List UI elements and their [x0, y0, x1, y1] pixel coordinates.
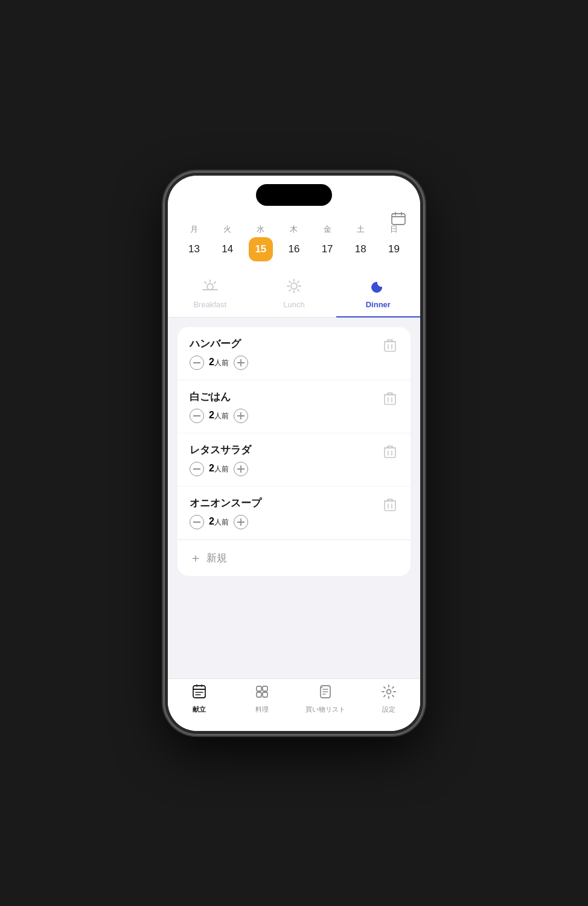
calendar-icon: [191, 684, 207, 703]
day-num[interactable]: 13: [182, 237, 206, 261]
day-name: 月: [190, 224, 198, 235]
day-col[interactable]: 木16: [280, 224, 308, 261]
add-plus-icon: ＋: [190, 550, 202, 566]
meal-item-name: 白ごはん: [190, 390, 377, 404]
decrement-button[interactable]: [190, 409, 204, 423]
tab-item-献立[interactable]: 献立: [180, 684, 219, 714]
svg-rect-0: [392, 214, 405, 225]
svg-rect-43: [385, 448, 395, 458]
tab-item-設定[interactable]: 設定: [369, 684, 408, 714]
tab-bar: 献立 料理 買い物リスト 設定: [168, 678, 420, 731]
tab-label-料理: 料理: [255, 705, 269, 714]
serving-count: 2人前: [209, 463, 229, 474]
serving-number: 2: [209, 357, 214, 367]
meal-item-name: オニオンスープ: [190, 496, 377, 510]
meal-item-row: オニオンスープ 2人前: [190, 496, 398, 529]
svg-line-7: [214, 282, 216, 284]
meal-item-row: レタスサラダ 2人前: [190, 443, 398, 476]
day-num[interactable]: 15: [249, 237, 273, 261]
day-name: 火: [223, 224, 231, 235]
svg-rect-62: [193, 686, 205, 698]
week-row: 月13火14水15木16金17土18日19: [168, 219, 420, 264]
svg-rect-68: [257, 686, 261, 691]
increment-button[interactable]: [234, 409, 248, 423]
phone-screen: 月13火14水15木16金17土18日19 Breakfast Lunch Di…: [168, 176, 420, 731]
phone-frame: 月13火14水15木16金17土18日19 Breakfast Lunch Di…: [164, 172, 424, 735]
day-num[interactable]: 14: [216, 237, 240, 261]
svg-line-15: [298, 290, 299, 291]
serving-number: 2: [209, 516, 214, 526]
meal-item-content: オニオンスープ 2人前: [190, 496, 377, 529]
meal-tab-breakfast[interactable]: Breakfast: [168, 273, 252, 317]
meal-tab-lunch[interactable]: Lunch: [252, 273, 336, 317]
serving-unit: 人前: [214, 518, 229, 526]
meal-item-controls: 2人前: [190, 515, 377, 529]
sun-icon: [286, 278, 302, 298]
svg-rect-32: [385, 395, 395, 404]
serving-unit: 人前: [214, 412, 229, 420]
tab-item-料理[interactable]: 料理: [243, 684, 281, 714]
tab-label-買い物リスト: 買い物リスト: [305, 705, 345, 714]
serving-count: 2人前: [209, 357, 229, 368]
moon-icon: [370, 278, 386, 298]
dynamic-island: [256, 184, 332, 206]
day-num[interactable]: 19: [382, 237, 406, 261]
day-col[interactable]: 火14: [214, 224, 241, 261]
meal-item-name: レタスサラダ: [190, 443, 377, 457]
delete-button[interactable]: [382, 496, 398, 517]
svg-line-17: [289, 290, 290, 291]
svg-rect-54: [385, 501, 395, 511]
meal-item: 白ごはん 2人前: [177, 380, 411, 433]
delete-button[interactable]: [382, 337, 398, 358]
meal-item-content: レタスサラダ 2人前: [190, 443, 377, 476]
svg-point-4: [207, 284, 213, 290]
day-num[interactable]: 18: [348, 237, 372, 261]
add-new-row[interactable]: ＋ 新規: [177, 540, 411, 576]
delete-button[interactable]: [382, 390, 398, 411]
serving-unit: 人前: [214, 465, 229, 473]
meal-item-content: ハンバーグ 2人前: [190, 337, 377, 370]
decrement-button[interactable]: [190, 356, 204, 370]
day-col[interactable]: 土18: [347, 224, 374, 261]
content-area[interactable]: ハンバーグ 2人前: [168, 317, 420, 731]
gear-icon: [381, 684, 397, 703]
add-label: 新規: [206, 551, 227, 565]
meal-item: ハンバーグ 2人前: [177, 327, 411, 380]
day-num[interactable]: 17: [315, 237, 339, 261]
day-name: 水: [257, 224, 264, 235]
increment-button[interactable]: [234, 515, 248, 529]
meal-item: レタスサラダ 2人前: [177, 433, 411, 486]
tab-item-買い物リスト[interactable]: 買い物リスト: [305, 684, 345, 714]
svg-rect-69: [263, 686, 267, 691]
decrement-button[interactable]: [190, 462, 204, 476]
day-col[interactable]: 月13: [181, 224, 208, 261]
meal-item: オニオンスープ 2人前: [177, 486, 411, 540]
serving-number: 2: [209, 463, 214, 473]
day-col[interactable]: 日19: [380, 224, 407, 261]
svg-point-9: [291, 283, 297, 289]
meal-tab-label-breakfast: Breakfast: [193, 300, 226, 309]
calendar-icon[interactable]: [391, 212, 406, 229]
increment-button[interactable]: [234, 462, 248, 476]
meal-tab-dinner[interactable]: Dinner: [336, 273, 420, 317]
svg-point-76: [387, 689, 391, 694]
meal-item-row: 白ごはん 2人前: [190, 390, 398, 423]
decrement-button[interactable]: [190, 515, 204, 529]
month-header: [168, 212, 420, 219]
meal-card: ハンバーグ 2人前: [177, 327, 411, 576]
day-col[interactable]: 水15: [247, 224, 275, 261]
grid-icon: [254, 684, 270, 703]
svg-rect-21: [385, 342, 395, 351]
serving-unit: 人前: [214, 359, 229, 367]
meal-tab-label-lunch: Lunch: [283, 300, 304, 309]
svg-rect-70: [257, 692, 261, 697]
meal-item-content: 白ごはん 2人前: [190, 390, 377, 423]
serving-count: 2人前: [209, 410, 229, 421]
delete-button[interactable]: [382, 443, 398, 464]
increment-button[interactable]: [234, 356, 248, 370]
clipboard-icon: [318, 684, 333, 703]
day-col[interactable]: 金17: [313, 224, 341, 261]
tab-label-設定: 設定: [382, 705, 395, 714]
meal-tabs: Breakfast Lunch Dinner: [168, 273, 420, 317]
day-num[interactable]: 16: [282, 237, 306, 261]
